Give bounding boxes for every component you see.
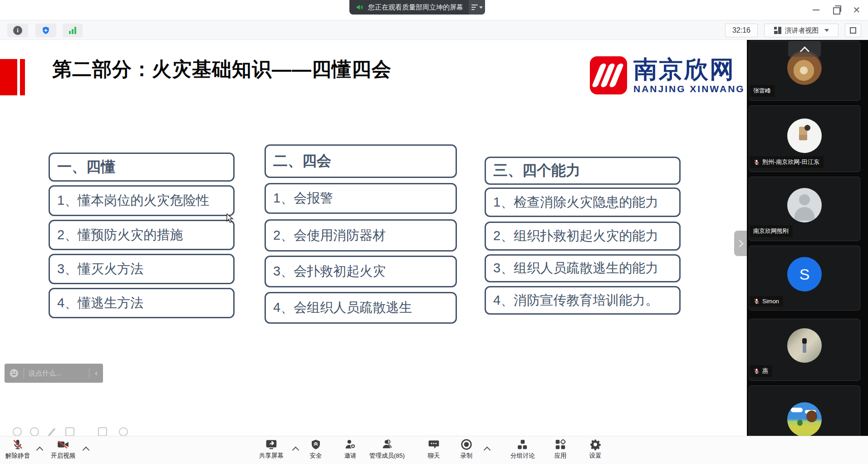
- security-shield-icon: [310, 439, 321, 450]
- meeting-timer: 32:16: [725, 24, 758, 37]
- minimize-button[interactable]: [806, 0, 826, 20]
- participant-tile[interactable]: 荆州-南京欣网-田江东: [749, 105, 860, 172]
- col2-item-4: 4、会组织人员疏散逃生: [265, 292, 457, 324]
- meeting-toolbar-top: i 32:16 演讲者视图: [0, 20, 868, 40]
- col2-item-3: 3、会扑救初起火灾: [265, 256, 457, 287]
- avatar: [787, 402, 822, 436]
- video-options-chevron[interactable]: [83, 446, 89, 452]
- security-button[interactable]: 安全: [303, 439, 329, 460]
- meeting-info-button[interactable]: i: [7, 24, 28, 37]
- share-screen-icon: [265, 439, 278, 450]
- caret-down-icon: [479, 6, 483, 9]
- logo-slashes-icon: [590, 56, 627, 94]
- breakout-rooms-button[interactable]: 分组讨论: [505, 439, 541, 460]
- emoji-icon[interactable]: [9, 368, 19, 378]
- col2-header: 二、四会: [265, 144, 457, 178]
- col3-header: 三、四个能力: [485, 157, 681, 185]
- chat-placeholder[interactable]: 说点什么...: [29, 369, 84, 378]
- avatar: S: [787, 257, 822, 291]
- col3-item-4: 4、消防宣传教育培训能力。: [485, 286, 681, 315]
- watching-banner-text: 您正在观看质量部周立坤的屏幕: [368, 3, 463, 12]
- participant-name: 南京欣网熊刚: [753, 227, 789, 235]
- avatar: [787, 188, 822, 222]
- record-icon: [461, 439, 472, 450]
- manage-members-button[interactable]: 管理成员(85): [362, 439, 412, 460]
- chevron-right-icon: [736, 240, 744, 247]
- network-quality-button[interactable]: [63, 24, 83, 37]
- participant-tile[interactable]: 惠: [749, 319, 860, 381]
- fullscreen-icon: [850, 27, 856, 34]
- muted-mic-icon: [12, 439, 24, 450]
- participants-sidebar: 张雷峰 荆州-南京欣网-田江东 南京欣网熊刚 S: [747, 40, 868, 436]
- slide-title: 第二部分：火灾基础知识——四懂四会: [52, 56, 392, 83]
- col1-item-2: 2、懂预防火灾的措施: [49, 220, 235, 250]
- share-screen-button[interactable]: 共享屏幕: [253, 439, 289, 460]
- red-deco-bar: [20, 59, 25, 95]
- chat-bubble-icon: [428, 439, 440, 450]
- avatar: [787, 118, 822, 153]
- participant-tile[interactable]: S Simon: [749, 246, 860, 311]
- watching-banner: 您正在观看质量部周立坤的屏幕: [349, 0, 485, 15]
- apps-grid-icon: [554, 439, 566, 450]
- col3-item-2: 2、组织扑救初起火灾的能力: [485, 222, 681, 251]
- participant-name: 张雷峰: [753, 87, 771, 95]
- participant-name: 荆州-南京欣网-田江东: [762, 158, 819, 166]
- col1-item-3: 3、懂灭火方法: [49, 254, 235, 284]
- layout-view-icon: [774, 27, 781, 34]
- restore-button[interactable]: [827, 0, 847, 20]
- apps-button[interactable]: 应用: [546, 439, 575, 460]
- record-options-chevron[interactable]: [485, 446, 490, 452]
- members-icon: [381, 439, 393, 450]
- shield-plus-icon: [41, 26, 50, 35]
- avatar: [787, 328, 822, 363]
- camera-off-icon: [57, 439, 69, 450]
- invite-button[interactable]: 邀请: [338, 439, 363, 460]
- participant-tile[interactable]: 张雷峰: [749, 41, 860, 101]
- col1-header: 一、四懂: [49, 153, 235, 182]
- avatar-letter: S: [799, 266, 810, 283]
- security-shield-button[interactable]: [35, 24, 56, 37]
- view-mode-dropdown[interactable]: 演讲者视图: [764, 24, 839, 37]
- close-button[interactable]: ✕: [847, 0, 867, 20]
- unmute-button[interactable]: 解除静音: [1, 439, 34, 460]
- mic-options-chevron[interactable]: [37, 446, 43, 452]
- muted-mic-icon: [753, 368, 760, 375]
- start-video-button[interactable]: 开启视频: [46, 439, 80, 460]
- fullscreen-button[interactable]: [845, 24, 861, 37]
- meeting-window: 您正在观看质量部周立坤的屏幕 ✕ i 32:16 演讲者视图: [0, 0, 868, 464]
- logo-en-text: NANJING XINWANG: [633, 84, 745, 94]
- chevron-up-icon: [799, 46, 809, 56]
- signal-bars-icon: [69, 27, 76, 34]
- breakout-icon: [517, 439, 529, 450]
- chat-quick-input[interactable]: 说点什么... ‹: [5, 364, 103, 383]
- red-deco-block: [0, 59, 17, 95]
- col3-item-3: 3、组织人员疏散逃生的能力: [485, 254, 681, 282]
- filter-lines-icon: [471, 5, 478, 10]
- participant-tile[interactable]: [749, 385, 860, 436]
- participant-name: Simon: [762, 298, 779, 305]
- caret-down-icon: [824, 29, 829, 32]
- info-icon: i: [13, 26, 22, 35]
- chat-button[interactable]: 聊天: [421, 439, 446, 460]
- window-titlebar: 您正在观看质量部周立坤的屏幕 ✕: [0, 0, 868, 20]
- gear-icon: [589, 439, 601, 450]
- chat-collapse-icon[interactable]: ‹: [95, 369, 98, 378]
- settings-button[interactable]: 设置: [581, 439, 610, 460]
- share-options-chevron[interactable]: [293, 446, 299, 452]
- sidebar-collapse-toggle[interactable]: [734, 231, 747, 256]
- invite-person-icon: [344, 439, 356, 450]
- mouse-cursor: [226, 213, 235, 223]
- timer-value: 32:16: [732, 26, 750, 35]
- col1-item-4: 4、懂逃生方法: [49, 288, 235, 318]
- logo-cn-text: 南京欣网: [633, 56, 745, 83]
- participant-tile[interactable]: 南京欣网熊刚: [749, 177, 860, 241]
- col3-item-1: 1、检查消除火灾隐患的能力: [485, 188, 681, 217]
- shared-screen-slide: 第二部分：火灾基础知识——四懂四会 南京欣网 NANJING XINWANG 一…: [0, 40, 747, 436]
- muted-mic-icon: [753, 298, 760, 305]
- banner-menu-button[interactable]: [469, 0, 485, 15]
- record-button[interactable]: 录制: [452, 439, 481, 460]
- speaker-icon: [356, 3, 364, 11]
- col1-item-1: 1、懂本岗位的火灾危险性: [49, 185, 235, 216]
- sidebar-collapse-up-button[interactable]: [788, 41, 821, 57]
- participant-name: 惠: [762, 367, 768, 375]
